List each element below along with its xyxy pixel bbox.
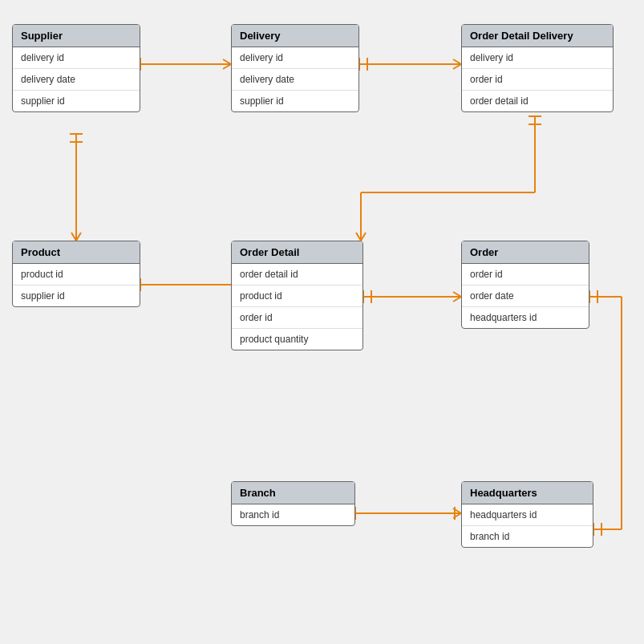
entity-branch: Branch branch id [231, 481, 355, 526]
entity-order-header: Order [462, 241, 589, 264]
odd-field-3: order detail id [462, 91, 613, 111]
entity-order-detail: Order Detail order detail id product id … [231, 241, 363, 350]
entity-odd-header: Order Detail Delivery [462, 25, 613, 47]
entity-supplier-header: Supplier [13, 25, 140, 47]
entity-hq-body: headquarters id branch id [462, 504, 593, 547]
order-field-2: order date [462, 286, 589, 307]
entity-delivery-header: Delivery [232, 25, 358, 47]
delivery-field-2: delivery date [232, 69, 358, 91]
hq-field-2: branch id [462, 526, 593, 547]
entity-supplier: Supplier delivery id delivery date suppl… [12, 24, 140, 112]
od-field-4: product quantity [232, 329, 363, 350]
entity-order: Order order id order date headquarters i… [461, 241, 589, 329]
odd-field-2: order id [462, 69, 613, 91]
odd-field-1: delivery id [462, 47, 613, 69]
entity-od-header: Order Detail [232, 241, 363, 264]
product-field-2: supplier id [13, 286, 140, 306]
entity-delivery-body: delivery id delivery date supplier id [232, 47, 358, 111]
supplier-field-1: delivery id [13, 47, 140, 69]
entity-product-body: product id supplier id [13, 264, 140, 306]
product-field-1: product id [13, 264, 140, 286]
entity-order-detail-delivery: Order Detail Delivery delivery id order … [461, 24, 614, 112]
hq-field-1: headquarters id [462, 504, 593, 526]
entity-hq-header: Headquarters [462, 482, 593, 504]
entity-branch-header: Branch [232, 482, 354, 504]
delivery-field-3: supplier id [232, 91, 358, 111]
entity-order-body: order id order date headquarters id [462, 264, 589, 328]
entity-supplier-body: delivery id delivery date supplier id [13, 47, 140, 111]
entity-product-header: Product [13, 241, 140, 264]
delivery-field-1: delivery id [232, 47, 358, 69]
branch-field-1: branch id [232, 504, 354, 525]
od-field-2: product id [232, 286, 363, 307]
entity-odd-body: delivery id order id order detail id [462, 47, 613, 111]
od-field-1: order detail id [232, 264, 363, 286]
entity-delivery: Delivery delivery id delivery date suppl… [231, 24, 359, 112]
entity-headquarters: Headquarters headquarters id branch id [461, 481, 593, 548]
order-field-1: order id [462, 264, 589, 286]
supplier-field-2: delivery date [13, 69, 140, 91]
diagram-canvas: Supplier delivery id delivery date suppl… [0, 0, 644, 644]
od-field-3: order id [232, 307, 363, 329]
entity-branch-body: branch id [232, 504, 354, 525]
entity-product: Product product id supplier id [12, 241, 140, 307]
supplier-field-3: supplier id [13, 91, 140, 111]
entity-od-body: order detail id product id order id prod… [232, 264, 363, 350]
order-field-3: headquarters id [462, 307, 589, 328]
